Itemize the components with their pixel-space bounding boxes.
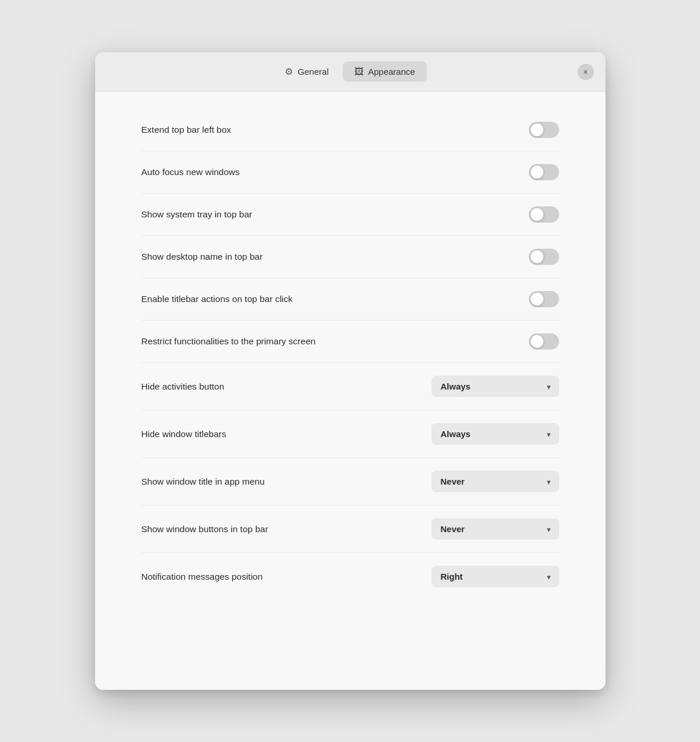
toggle-thumb [531,166,543,179]
image-icon: 🖼 [354,67,364,77]
dropdown-wrapper-notification-position: Left Center Right ▾ [431,566,559,587]
toggle-thumb [531,335,543,348]
dropdown-hide-titlebars[interactable]: Always Never When focused [431,423,559,445]
setting-row-restrict-primary: Restrict functionalities to the primary … [142,321,559,363]
toggle-thumb [531,293,543,305]
setting-row-titlebar-actions: Enable titlebar actions on top bar click [142,278,559,321]
tab-appearance[interactable]: 🖼 Appearance [343,61,427,82]
setting-label-hide-titlebars: Hide window titlebars [142,429,226,439]
setting-label-auto-focus: Auto focus new windows [142,167,240,177]
setting-label-show-window-title: Show window title in app menu [142,477,265,487]
setting-row-show-window-buttons: Show window buttons in top bar Always Ne… [142,505,559,553]
setting-label-extend-top-bar: Extend top bar left box [142,125,231,135]
dropdown-notification-position[interactable]: Left Center Right [431,566,559,587]
tab-general[interactable]: ⚙ General [273,61,340,82]
close-button[interactable]: × [578,64,594,80]
setting-row-auto-focus: Auto focus new windows [142,151,559,194]
dropdown-wrapper-show-window-title: Always Never When focused ▾ [431,471,559,492]
toggle-track [529,291,559,307]
setting-label-titlebar-actions: Enable titlebar actions on top bar click [142,294,293,304]
toggle-auto-focus[interactable] [529,164,559,180]
toggle-thumb [531,250,543,263]
toggle-track [529,122,559,138]
tab-general-label: General [298,67,328,77]
setting-label-system-tray: Show system tray in top bar [142,209,252,220]
dropdown-wrapper-hide-activities: Always Never When focused ▾ [431,376,559,397]
settings-content: Extend top bar left box Auto focus new w… [95,92,605,690]
toggle-track [529,164,559,180]
tab-bar: ⚙ General 🖼 Appearance [273,61,426,82]
setting-label-hide-activities: Hide activities button [142,381,224,392]
toggle-track [529,206,559,223]
dropdown-wrapper-show-window-buttons: Always Never Left Right ▾ [431,518,559,540]
setting-row-notification-position: Notification messages position Left Cent… [142,553,559,600]
setting-label-desktop-name: Show desktop name in top bar [142,252,263,262]
dropdown-wrapper-hide-titlebars: Always Never When focused ▾ [431,423,559,445]
setting-row-system-tray: Show system tray in top bar [142,194,559,236]
toggle-track [529,333,559,350]
setting-row-desktop-name: Show desktop name in top bar [142,236,559,278]
setting-row-extend-top-bar: Extend top bar left box [142,109,559,151]
toggle-thumb [531,123,543,136]
setting-row-show-window-title: Show window title in app menu Always Nev… [142,458,559,505]
setting-row-hide-titlebars: Hide window titlebars Always Never When … [142,410,559,458]
toggle-system-tray[interactable] [529,206,559,223]
setting-label-notification-position: Notification messages position [142,572,263,582]
toggle-track [529,249,559,265]
dropdown-hide-activities[interactable]: Always Never When focused [431,376,559,397]
gear-icon: ⚙ [285,66,293,77]
toggle-desktop-name[interactable] [529,249,559,265]
setting-label-show-window-buttons: Show window buttons in top bar [142,524,269,534]
settings-window: ⚙ General 🖼 Appearance × Extend top bar … [95,52,605,690]
setting-row-hide-activities: Hide activities button Always Never When… [142,363,559,410]
setting-label-restrict-primary: Restrict functionalities to the primary … [142,336,316,347]
tab-appearance-label: Appearance [368,67,415,77]
toggle-extend-top-bar[interactable] [529,122,559,138]
titlebar: ⚙ General 🖼 Appearance × [95,52,605,92]
dropdown-show-window-title[interactable]: Always Never When focused [431,471,559,492]
dropdown-show-window-buttons[interactable]: Always Never Left Right [431,518,559,540]
toggle-titlebar-actions[interactable] [529,291,559,307]
toggle-thumb [531,208,543,221]
toggle-restrict-primary[interactable] [529,333,559,350]
